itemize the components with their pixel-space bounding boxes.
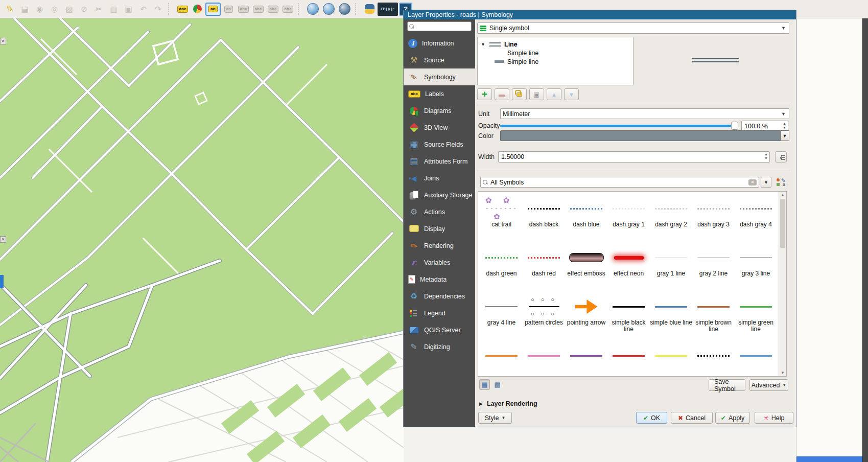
- advanced-button[interactable]: Advanced▼: [749, 379, 788, 391]
- symbol-dash-red[interactable]: dash red: [523, 243, 565, 292]
- symbol-pointing-arrow[interactable]: pointing arrow: [565, 292, 607, 341]
- cancel-button[interactable]: ✖Cancel: [671, 412, 713, 424]
- show-hidden-labels-button[interactable]: abc: [237, 3, 250, 16]
- style-manager-icon[interactable]: ✎a: [776, 177, 786, 187]
- symbol-simple-green-line[interactable]: simple green line: [735, 292, 777, 341]
- save-edits-button[interactable]: ▤: [18, 3, 32, 16]
- symbol-purple-line[interactable]: [565, 341, 607, 377]
- tree-row-simple-line-2[interactable]: Simple line: [478, 57, 633, 66]
- sidebar-item-variables[interactable]: ε Variables: [404, 254, 475, 271]
- scroll-up-icon[interactable]: ▲: [781, 193, 785, 197]
- symbol-dash-gray-3[interactable]: dash gray 3: [692, 194, 735, 243]
- redo-button[interactable]: ↷: [151, 3, 165, 16]
- symbols-search-input[interactable]: [490, 179, 746, 186]
- sidebar-item-metadata[interactable]: ✎ Metadata: [404, 271, 475, 288]
- tree-row-line[interactable]: ▼ Line: [478, 40, 633, 49]
- sidebar-item-symbology[interactable]: ✎ Symbology: [404, 68, 475, 85]
- sidebar-item-actions[interactable]: ⚙ Actions: [404, 203, 475, 220]
- color-dropdown-button[interactable]: ▼: [781, 130, 789, 141]
- symbol-dash-gray-2[interactable]: dash gray 2: [650, 194, 692, 243]
- ok-button[interactable]: ✔OK: [636, 412, 667, 424]
- sidebar-item-3d-view[interactable]: 3D View: [404, 119, 475, 136]
- symbol-layers-tree[interactable]: ▼ Line Simple line Simple line: [477, 37, 634, 85]
- paste-features-button[interactable]: ▣: [122, 3, 135, 16]
- metasearch-search-button[interactable]: [321, 3, 336, 16]
- duplicate-symbol-layer-button[interactable]: ▣: [529, 88, 544, 100]
- opacity-slider[interactable]: [500, 121, 738, 131]
- sidebar-item-source[interactable]: ⚒ Source: [404, 52, 475, 68]
- sidebar-item-qgis-server[interactable]: QGIS Server: [404, 321, 475, 338]
- move-up-button[interactable]: ▲: [547, 88, 561, 100]
- symbol-dash-green[interactable]: dash green: [480, 243, 523, 292]
- spinner-arrows-icon[interactable]: ▲▼: [783, 122, 786, 130]
- layer-labeling-options-button[interactable]: abc: [176, 3, 190, 16]
- add-symbol-layer-button[interactable]: ✚: [477, 88, 492, 100]
- symbol-gray-1-line[interactable]: gray 1 line: [650, 243, 692, 292]
- sidebar-item-rendering[interactable]: ✎ Rendering: [404, 237, 475, 254]
- symbol-effect-neon[interactable]: effect neon: [607, 243, 650, 292]
- search-layers-button[interactable]: [337, 3, 352, 16]
- cut-features-button[interactable]: ✂: [92, 3, 106, 16]
- sidebar-item-source-fields[interactable]: ▦ Source Fields: [404, 136, 475, 153]
- move-down-button[interactable]: ▼: [564, 88, 579, 100]
- symbol-simple-black-line[interactable]: simple black line: [607, 292, 650, 341]
- symbols-search-box[interactable]: ✕: [480, 177, 759, 188]
- layer-diagram-options-button[interactable]: [191, 3, 204, 16]
- sidebar-search-box[interactable]: [407, 21, 472, 31]
- data-defined-override-button[interactable]: [775, 151, 787, 163]
- metasearch-add-button[interactable]: [306, 3, 320, 16]
- symbol-red-line[interactable]: [607, 341, 650, 377]
- remove-symbol-layer-button[interactable]: ▬: [495, 88, 509, 100]
- symbol-simple-brown-line[interactable]: simple brown line: [692, 292, 735, 341]
- symbol-dash-gray-4[interactable]: dash gray 4: [735, 194, 777, 243]
- scroll-down-icon[interactable]: ▼: [781, 371, 785, 375]
- apply-button[interactable]: ✔Apply: [715, 412, 750, 424]
- opacity-value[interactable]: 100.0 % ▲▼: [741, 121, 788, 131]
- sidebar-item-digitizing[interactable]: ✎ Digitizing: [404, 338, 475, 355]
- clear-icon[interactable]: ✕: [748, 179, 757, 186]
- panel-close-icon[interactable]: ✕: [0, 38, 6, 44]
- sidebar-search-input[interactable]: [414, 24, 465, 30]
- save-symbol-button[interactable]: Save Symbol: [709, 379, 745, 391]
- toggle-editing-button[interactable]: ✎: [3, 3, 17, 16]
- sidebar-item-diagrams[interactable]: Diagrams: [404, 102, 475, 119]
- symbol-effect-emboss[interactable]: effect emboss: [565, 243, 607, 292]
- style-button[interactable]: Style▼: [478, 412, 512, 424]
- layer-rendering-toggle[interactable]: ▶ Layer Rendering: [479, 400, 537, 407]
- delete-selected-button[interactable]: ⊘: [77, 3, 91, 16]
- sidebar-item-attributes-form[interactable]: ▤ Attributes Form: [404, 153, 475, 170]
- panel-close-icon[interactable]: ✕: [0, 236, 6, 243]
- list-view-button[interactable]: ▤: [492, 379, 503, 390]
- symbol-dash-blue[interactable]: dash blue: [565, 194, 607, 243]
- sidebar-item-joins[interactable]: ◀ Joins: [404, 170, 475, 187]
- icon-view-button[interactable]: ▦: [479, 379, 490, 390]
- copy-features-button[interactable]: ▥: [107, 3, 121, 16]
- undo-button[interactable]: ↶: [136, 3, 150, 16]
- symbols-filter-dropdown-button[interactable]: ▼: [761, 177, 771, 188]
- map-canvas[interactable]: ✕ ✕: [0, 18, 404, 462]
- symbol-dotted-black-line[interactable]: [692, 341, 735, 377]
- symbol-dash-black[interactable]: dash black: [523, 194, 565, 243]
- tree-row-simple-line-1[interactable]: Simple line: [478, 49, 633, 57]
- symbol-pink-line[interactable]: [523, 341, 565, 377]
- dialog-title[interactable]: Layer Properties - roads | Symbology: [404, 10, 796, 19]
- sidebar-item-information[interactable]: i Information: [404, 35, 475, 52]
- symbol-type-select[interactable]: Single symbol ▼: [477, 22, 789, 34]
- move-label-button[interactable]: abc: [251, 3, 265, 16]
- spinner-arrows-icon[interactable]: ▲▼: [764, 152, 768, 160]
- width-input[interactable]: 1.50000 ▲▼: [498, 151, 770, 163]
- sidebar-item-auxiliary-storage[interactable]: Auxiliary Storage: [404, 187, 475, 203]
- symbol-cat-trail[interactable]: cat trail: [480, 194, 523, 243]
- symbol-gray-2-line[interactable]: gray 2 line: [692, 243, 735, 292]
- sidebar-item-display[interactable]: Display: [404, 220, 475, 237]
- tree-expander-icon[interactable]: ▼: [481, 42, 486, 47]
- change-label-button[interactable]: abc: [281, 3, 295, 16]
- symbol-dash-gray-1[interactable]: dash gray 1: [607, 194, 650, 243]
- pin-labels-button[interactable]: ab: [222, 3, 236, 16]
- unit-select[interactable]: Millimeter ▼: [500, 108, 789, 119]
- scrollbar-thumb[interactable]: [780, 199, 785, 248]
- sidebar-item-legend[interactable]: Legend: [404, 305, 475, 321]
- color-button[interactable]: [500, 130, 781, 141]
- slider-handle[interactable]: [731, 122, 738, 130]
- lock-color-button[interactable]: [512, 88, 527, 100]
